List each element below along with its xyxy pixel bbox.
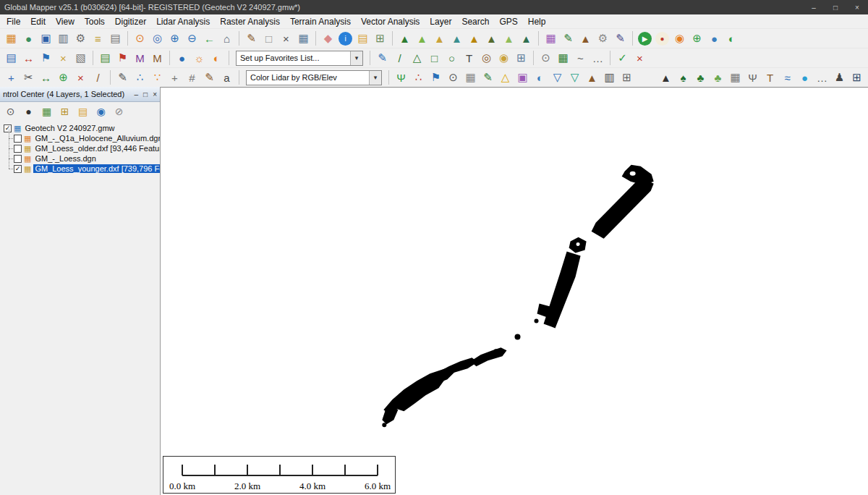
layer-item[interactable]: ▦GM_Loess_older.dxf [93,446 Features] — [2, 143, 160, 153]
control-center-header[interactable]: ntrol Center (4 Layers, 1 Selected) –□× — [0, 87, 160, 102]
online-help-icon[interactable]: ◐ — [723, 30, 740, 46]
vertex-dots-icon[interactable]: … — [590, 50, 606, 66]
attribute-table-icon[interactable]: ▦ — [38, 104, 55, 119]
elevation-edit-icon[interactable]: ▲ — [577, 30, 594, 46]
map-layout-icon[interactable]: ▤ — [107, 30, 124, 46]
more-points-icon[interactable]: … — [814, 69, 830, 85]
create-buffer-icon[interactable]: ◉ — [495, 50, 512, 66]
deciduous-tree-icon[interactable]: ♣ — [692, 69, 709, 85]
chevron-down-icon[interactable]: ▾ — [350, 51, 362, 65]
open-add-layer-icon[interactable]: ▤ — [75, 104, 91, 119]
spectral-view-icon[interactable]: ▽ — [566, 69, 583, 85]
binary-building-icon[interactable]: ▥ — [601, 69, 618, 85]
layer-checkbox[interactable] — [14, 155, 22, 163]
maximize-button[interactable]: □ — [825, 0, 846, 14]
grid-edit-icon[interactable]: ✎ — [480, 69, 496, 85]
water-drop-icon[interactable]: ● — [796, 69, 813, 85]
menu-view[interactable]: View — [51, 16, 80, 28]
close-button[interactable]: × — [846, 0, 868, 14]
menu-search[interactable]: Search — [456, 16, 494, 28]
range-rings-icon[interactable]: ◎ — [478, 50, 495, 66]
globe-compare-icon[interactable]: ◐ — [532, 69, 548, 85]
create-circle-icon[interactable]: ○ — [443, 50, 460, 66]
eraser-icon[interactable]: ◆ — [320, 30, 336, 46]
apply-check-icon[interactable]: ✓ — [614, 50, 631, 66]
ridge-lines-icon[interactable]: M — [149, 50, 166, 66]
overlay-windows-icon[interactable]: ▧ — [72, 50, 89, 66]
nodes-orange-icon[interactable]: ∵ — [149, 69, 166, 85]
menu-edit[interactable]: Edit — [25, 16, 51, 28]
terrain-compare-icon[interactable]: ▲ — [501, 30, 517, 46]
mountain-view-icon[interactable]: ▲ — [658, 69, 674, 85]
create-point-icon[interactable]: ✎ — [374, 50, 391, 66]
pan-move-icon[interactable]: + — [3, 69, 20, 85]
record-gps-icon[interactable]: ● — [655, 32, 669, 46]
panel-close-button[interactable]: × — [153, 90, 157, 98]
visibility-off-icon[interactable]: ⊘ — [111, 104, 127, 119]
snap-crosshair-icon[interactable]: + — [166, 69, 183, 85]
contour-lines-icon[interactable]: ▲ — [431, 30, 448, 46]
world-metadata-icon[interactable]: ● — [20, 104, 37, 119]
create-text-icon[interactable]: T — [461, 50, 477, 66]
minimize-button[interactable]: – — [803, 0, 825, 14]
delete-feature-icon[interactable]: × — [278, 30, 294, 46]
profile-levels-icon[interactable]: ▤ — [97, 50, 114, 66]
pin-view-icon[interactable]: ⚑ — [38, 50, 54, 66]
menu-digitizer[interactable]: Digitizer — [110, 16, 151, 28]
edit-vertices-icon[interactable]: ✎ — [114, 69, 131, 85]
water-surface-icon[interactable]: ≈ — [779, 69, 796, 85]
attribute-grid-icon[interactable]: ▦ — [295, 30, 312, 46]
zoom-magnifier-icon[interactable]: ⊙ — [132, 30, 148, 46]
map-canvas[interactable]: 0.0 km2.0 km4.0 km6.0 km — [161, 87, 868, 495]
layer-item[interactable]: ✓▦GM_Loess_younger.dxf [739,796 Features… — [2, 164, 160, 174]
snap-grid-icon[interactable]: # — [184, 69, 200, 85]
menu-lidar-analysis[interactable]: Lidar Analysis — [151, 16, 215, 28]
menu-layer[interactable]: Layer — [425, 16, 456, 28]
web-services-icon[interactable]: ● — [706, 30, 723, 46]
cut-scissors-icon[interactable]: ✂ — [20, 69, 37, 85]
pedestrian-icon[interactable]: ♟ — [831, 69, 848, 85]
fly-through-icon[interactable]: ▲ — [518, 30, 535, 46]
layer-item[interactable]: ▦GM_-_Loess.dgn — [2, 153, 160, 164]
add-overlay-icon[interactable]: ⊕ — [689, 30, 705, 46]
layer-checkbox[interactable] — [14, 145, 22, 153]
terrain-wrench-icon[interactable]: ⚙ — [595, 30, 611, 46]
trace-path-icon[interactable]: / — [90, 69, 106, 85]
grid-create-icon[interactable]: ▦ — [555, 50, 571, 66]
discard-x-icon[interactable]: × — [631, 50, 648, 66]
resize-arrows-icon[interactable]: ↔ — [38, 69, 54, 85]
terrain-flag-icon[interactable]: ▲ — [584, 69, 600, 85]
lidar-classify-icon[interactable]: Ψ — [393, 69, 409, 85]
layer-item[interactable]: ✓▦Geotech V2 240927.gmw — [2, 123, 160, 133]
select-grid-icon[interactable]: ▦ — [462, 69, 479, 85]
create-line-icon[interactable]: / — [391, 50, 408, 66]
select-rectangle-icon[interactable]: □ — [260, 30, 277, 46]
visibility-on-icon[interactable]: ◉ — [93, 104, 109, 119]
utility-pole-icon[interactable]: T — [762, 69, 778, 85]
menu-raster-analysis[interactable]: Raster Analysis — [215, 16, 285, 28]
open-folder-icon[interactable]: ▤ — [354, 30, 371, 46]
globe-3d-view-icon[interactable]: ● — [174, 50, 190, 66]
zoom-out-icon[interactable]: ⊖ — [184, 30, 200, 46]
configure-wrench-icon[interactable]: ⚙ — [72, 30, 89, 46]
compass-rose-icon[interactable]: ⊙ — [537, 50, 554, 66]
layer-item[interactable]: ▦GM_-_Q1a_Holocene_Alluvium.dgn — [2, 133, 160, 143]
nodes-blue-icon[interactable]: ∴ — [132, 69, 148, 85]
chevron-down-icon[interactable]: ▾ — [369, 71, 381, 85]
panel-minimize-button[interactable]: – — [135, 90, 139, 98]
layer-options-icon[interactable]: ⊞ — [56, 104, 73, 119]
building-model-icon[interactable]: ▦ — [727, 69, 744, 85]
favorites-combo[interactable]: Set up Favorites List...▾ — [236, 51, 363, 66]
analyze-flask-icon[interactable]: ▽ — [549, 69, 566, 85]
color-palette-icon[interactable]: ▣ — [514, 69, 531, 85]
previous-view-icon[interactable]: ← — [201, 30, 218, 46]
transmission-tower-icon[interactable]: Ψ — [744, 69, 761, 85]
classify-flags-icon[interactable]: ⚑ — [427, 69, 444, 85]
view-monitor-icon[interactable]: ▥ — [55, 30, 72, 46]
menu-help[interactable]: Help — [523, 16, 551, 28]
menu-tools[interactable]: Tools — [80, 16, 110, 28]
grid-add-icon[interactable]: ⊞ — [618, 69, 635, 85]
conifer-tree-icon[interactable]: ♠ — [675, 69, 692, 85]
flag-position-icon[interactable]: ⚑ — [114, 50, 131, 66]
night-shade-icon[interactable]: ◐ — [208, 50, 225, 66]
